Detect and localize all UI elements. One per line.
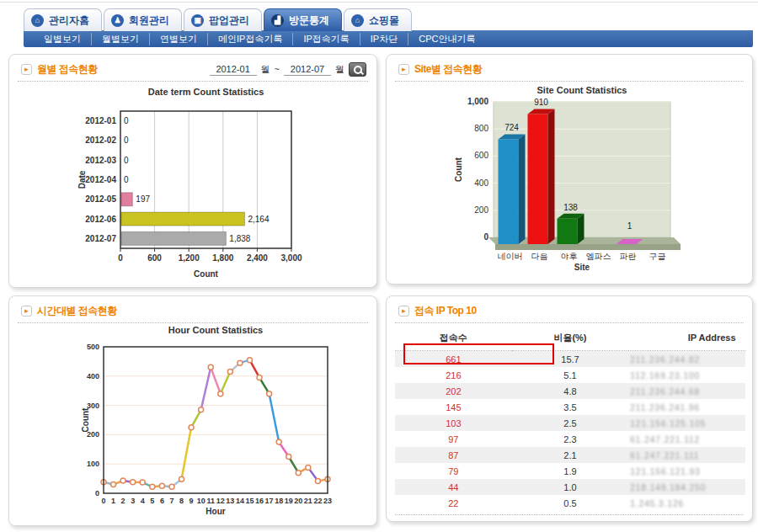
svg-text:2012-03: 2012-03 <box>85 156 116 165</box>
svg-text:7: 7 <box>169 497 173 505</box>
subnav-item-IP차단[interactable]: IP차단 <box>360 33 408 45</box>
sub-navigation-bar: 일별보기월별보기연별보기메인IP접속기록IP접속기록IP차단CPC안내기록 <box>24 30 753 47</box>
panel-bullet-icon: ▸ <box>398 306 409 317</box>
panel-title-hour: 시간대별 접속현황 <box>37 304 117 318</box>
tab-popup[interactable]: ▣팝업관리 <box>184 8 262 31</box>
svg-text:138: 138 <box>563 203 578 212</box>
access-count: 202 <box>395 383 512 399</box>
svg-text:2: 2 <box>121 497 125 505</box>
svg-text:800: 800 <box>474 124 488 133</box>
svg-text:Hour Count Statistics: Hour Count Statistics <box>168 325 263 335</box>
access-count: 44 <box>395 479 512 495</box>
date-from-input[interactable] <box>210 63 257 76</box>
panel-title-site: Site별 접속현황 <box>414 62 482 77</box>
access-percent: 1.9 <box>512 463 629 479</box>
panel-header: ▸ 접속 IP Top 10 <box>387 296 752 322</box>
ip-address-cell: 61.247.221.111 <box>628 447 745 463</box>
svg-text:0: 0 <box>124 116 129 125</box>
svg-text:구글: 구글 <box>649 252 666 261</box>
panel-monthly-access: ▸ 월별 접속현황 월 ~ 월 Date term Count Statisti… <box>8 54 377 288</box>
tab-shop[interactable]: ⌂쇼핑몰 <box>344 8 412 31</box>
access-count: 87 <box>395 447 512 463</box>
subnav-item-연별보기[interactable]: 연별보기 <box>149 33 207 45</box>
svg-text:다음: 다음 <box>531 252 548 261</box>
svg-text:197: 197 <box>136 194 150 204</box>
access-count: 145 <box>395 399 512 415</box>
subnav-item-일별보기[interactable]: 일별보기 <box>34 33 91 45</box>
svg-text:14: 14 <box>236 497 244 505</box>
svg-text:21: 21 <box>304 497 312 505</box>
panel-hourly-access: ▸ 시간대별 접속현황 Hour Count Statistics0100200… <box>8 295 377 526</box>
top-divider <box>0 2 758 3</box>
access-percent: 3.5 <box>512 399 629 415</box>
svg-text:3: 3 <box>131 497 135 505</box>
access-percent: 1.0 <box>512 479 629 495</box>
svg-text:0: 0 <box>118 253 123 263</box>
ip-address-blurred: 121.156.125.105 <box>630 419 706 428</box>
subnav-item-월별보기[interactable]: 월별보기 <box>91 33 149 45</box>
svg-text:0: 0 <box>124 156 129 165</box>
ip-address-cell: 121.156.125.105 <box>628 415 745 431</box>
ip-address-cell: 218.149.184.250 <box>628 479 745 495</box>
dotted-divider <box>395 514 744 515</box>
ip-address-blurred: 211.236.244.68 <box>630 387 700 396</box>
svg-text:15: 15 <box>245 497 254 505</box>
svg-text:2012-01: 2012-01 <box>85 116 116 125</box>
ip-address-blurred: 61.247.221.112 <box>630 435 700 444</box>
svg-text:22: 22 <box>313 497 322 505</box>
members-icon: ♟ <box>111 14 124 27</box>
ip-address-cell: 211.236.244.82 <box>628 351 745 368</box>
tab-label: 팝업관리 <box>209 13 249 28</box>
access-percent: 2.3 <box>512 431 629 447</box>
svg-text:1,000: 1,000 <box>467 97 488 106</box>
svg-text:400: 400 <box>87 372 99 380</box>
date-range-controls: 월 ~ 월 <box>210 62 366 77</box>
svg-text:10: 10 <box>197 497 206 505</box>
svg-text:23: 23 <box>323 497 332 505</box>
svg-text:0: 0 <box>101 497 105 505</box>
search-button[interactable] <box>349 62 366 77</box>
ip-address-cell: 211.236.244.68 <box>628 383 745 399</box>
svg-text:18: 18 <box>275 497 283 505</box>
svg-text:Site: Site <box>574 263 590 272</box>
svg-text:3,000: 3,000 <box>280 253 302 263</box>
svg-text:19: 19 <box>285 497 293 505</box>
tab-members[interactable]: ♟회원관리 <box>104 8 182 31</box>
svg-text:6: 6 <box>160 497 164 505</box>
date-to-input[interactable] <box>284 63 331 76</box>
subnav-item-IP접속기록[interactable]: IP접속기록 <box>292 33 359 45</box>
svg-text:2,164: 2,164 <box>248 215 269 224</box>
monthly-bar-chart: Date term Count Statistics06001,2001,800… <box>9 82 378 284</box>
ip-table-row: 1453.5211.236.241.96 <box>395 399 745 415</box>
panel-title-monthly: 월별 접속현황 <box>37 62 98 77</box>
svg-text:4: 4 <box>141 497 145 505</box>
tab-admin-home[interactable]: ⌂관리자홈 <box>24 8 102 31</box>
panel-bullet-icon: ▸ <box>398 64 409 75</box>
svg-text:1,800: 1,800 <box>212 253 233 263</box>
svg-text:1: 1 <box>627 221 633 231</box>
subnav-item-CPC안내기록[interactable]: CPC안내기록 <box>408 33 485 45</box>
tab-visit-stats[interactable]: ▟방문통계 <box>264 8 342 31</box>
svg-text:2012-02: 2012-02 <box>85 136 116 145</box>
subnav-item-메인IP접속기록[interactable]: 메인IP접속기록 <box>207 33 292 45</box>
col-header-ip: IP Address <box>628 325 745 351</box>
svg-text:Site Count Statistics: Site Count Statistics <box>537 85 627 95</box>
ip-address-blurred: 1.245.3.126 <box>630 499 684 508</box>
svg-text:400: 400 <box>474 178 488 188</box>
svg-text:8: 8 <box>179 497 184 505</box>
range-tilde: ~ <box>275 64 280 74</box>
svg-text:600: 600 <box>147 253 162 263</box>
access-percent: 2.5 <box>512 415 629 431</box>
svg-text:9: 9 <box>190 497 194 505</box>
site-3d-bar-chart: Site Count Statistics02004006008001,0007… <box>387 82 754 284</box>
tab-label: 관리자홈 <box>49 13 89 28</box>
access-count: 97 <box>395 431 512 447</box>
ip-address-blurred: 218.149.184.250 <box>630 483 706 492</box>
svg-text:Count: Count <box>81 407 90 433</box>
svg-text:5: 5 <box>150 497 154 505</box>
popup-icon: ▣ <box>191 14 204 27</box>
svg-text:1,838: 1,838 <box>229 234 250 243</box>
svg-text:2012-06: 2012-06 <box>85 215 116 224</box>
access-percent: 2.1 <box>512 447 629 463</box>
svg-text:0: 0 <box>95 489 99 497</box>
